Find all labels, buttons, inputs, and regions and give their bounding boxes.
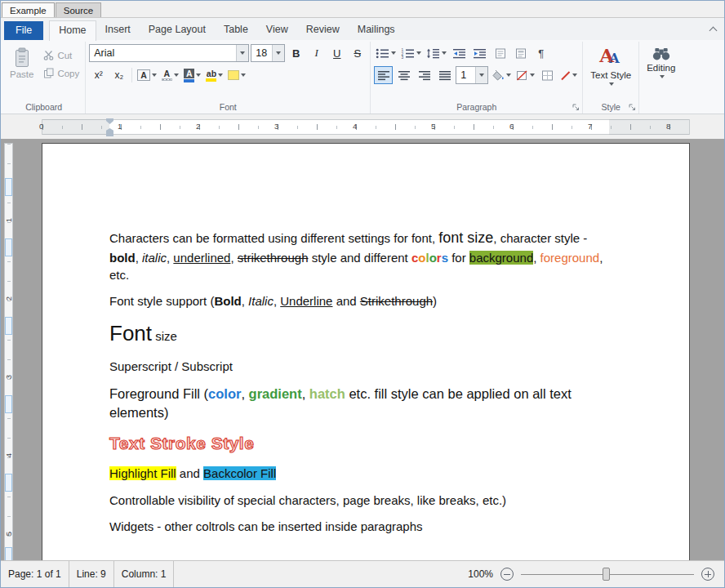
decrease-indent-button[interactable] [450,44,469,62]
text-run: , [230,251,237,265]
font-size-combo[interactable]: 18 [251,44,285,62]
ruler-mark: 3 [274,122,278,131]
editing-button[interactable]: Editing [643,44,679,81]
ribbon-tab-view[interactable]: View [257,20,297,40]
vertical-ruler-segment [5,547,12,560]
underline-button[interactable]: U [327,44,346,62]
horizontal-ruler[interactable]: 0 1 2 3 4 5 6 7 8 [1,114,724,139]
ribbon-tab-home[interactable]: Home [49,20,96,41]
zoom-slider-handle[interactable] [603,568,610,581]
paragraph: Foreground Fill (color, gradient, hatch … [109,385,614,423]
vertical-ruler[interactable]: 1 2 3 4 5 [2,139,16,560]
text-shading-button[interactable]: A [160,66,180,84]
ribbon-tab-table[interactable]: Table [215,20,257,40]
ribbon-tab-mailings[interactable]: Mailings [349,20,404,40]
paragraph-group-label: Paragraph [371,102,582,112]
text-run: , [241,386,248,401]
align-justify-button[interactable] [435,66,454,84]
page[interactable]: Characters can be formatted using differ… [42,143,690,560]
paragraph: Widgets - other coltrols can be inserted… [109,518,614,535]
cut-button[interactable]: Cut [41,47,82,63]
highlight-color-button[interactable] [226,66,247,84]
vertical-ruler-segment [5,395,12,413]
increase-indent-button[interactable] [470,44,489,62]
paste-button[interactable]: Paste [6,44,38,82]
italic-button[interactable]: I [307,44,326,62]
ruler-mark: 1 [4,213,13,227]
text-run: Font style support ( [109,294,214,308]
zoom-out-button[interactable] [500,568,514,581]
text-style-button[interactable]: A A Text Style [586,44,635,88]
tab-example[interactable]: Example [2,2,55,17]
ribbon-tab-insert[interactable]: Insert [96,20,140,40]
left-indent-marker[interactable] [106,133,113,136]
document-content[interactable]: Characters can be formatted using differ… [42,144,689,535]
cut-icon [43,50,54,60]
text-run: size [152,329,177,343]
no-fill-button[interactable] [514,66,536,84]
text-frame-button[interactable] [491,44,509,62]
ribbon-tab-review[interactable]: Review [297,20,349,40]
font-color-button[interactable]: A [182,66,203,84]
find-binoculars-icon [652,47,671,61]
line-spacing-icon [426,48,440,59]
bold-button[interactable]: B [287,44,305,62]
text-run: and [332,294,359,308]
text-run: foreground [540,251,600,265]
text-border-button[interactable]: A [136,66,158,84]
zoom-slider[interactable] [521,568,694,581]
numbered-list-button[interactable]: 1 2 3 [399,44,423,62]
borders-button[interactable] [538,66,557,84]
status-bar: Page: 1 of 1 Line: 9 Column: 1 100% [1,560,724,587]
paragraph: Characters can be formatted using differ… [109,228,614,283]
line-spacing-combo[interactable]: 1 [456,66,488,84]
vertical-ruler-segment [5,317,12,335]
font-name-combo[interactable]: Arial [89,44,249,62]
zoom-controls: 100% [468,568,724,581]
copy-button[interactable]: Copy [41,65,82,81]
align-center-button[interactable] [394,66,413,84]
dropdown-arrow-icon [272,45,284,61]
file-tab[interactable]: File [4,21,43,40]
editing-group: Editing [639,42,683,114]
paragraph-fill-button[interactable] [490,66,513,84]
text-frame-icon [495,48,506,59]
text-run: Backcolor Fill [203,466,276,480]
align-right-icon [418,70,431,81]
dropdown-arrow-icon [152,74,157,77]
text-highlight-icon: ab [206,69,216,82]
line-spacing-button[interactable] [425,44,448,62]
align-right-button[interactable] [415,66,434,84]
text-highlight-button[interactable]: ab [204,66,225,84]
show-formatting-marks-button[interactable]: ¶ [532,44,550,62]
tab-source[interactable]: Source [56,2,101,17]
subscript-button[interactable]: x₂ [109,66,128,84]
document-area: 1 2 3 4 5 Characters can be formatted us… [1,139,724,560]
clipboard-group: Paste Cut [2,42,86,114]
editor-canvas[interactable]: Characters can be formatted using differ… [1,139,724,560]
text-run: Controllable visibility of special chara… [109,493,506,507]
text-run: , [533,251,540,265]
style-dialog-launcher[interactable] [629,104,636,111]
text-run: bold [109,251,136,265]
text-run: for [448,251,469,265]
strikethrough-button[interactable]: S [348,44,367,62]
ruler-mark: 0 [39,122,43,131]
borders-grid-icon [541,70,554,81]
font-size-value: 18 [251,45,272,61]
bullet-list-button[interactable] [374,44,398,62]
align-left-button[interactable] [374,66,393,84]
superscript-button[interactable]: x² [89,66,108,84]
zoom-in-button[interactable] [701,568,714,581]
ruler-mark: 3 [4,370,13,384]
collapse-ribbon-button[interactable] [706,23,719,36]
line-spacing-value: 1 [456,67,475,83]
ribbon-tab-page-layout[interactable]: Page Layout [140,20,215,40]
no-border-button[interactable] [558,66,579,84]
ruler-left-margin [42,119,109,135]
ruler-mark: 7 [588,122,592,131]
paragraph-dialog-launcher[interactable] [572,104,580,111]
paste-label: Paste [10,69,33,79]
page-break-button[interactable] [511,44,530,62]
text-run: strikethrough [238,251,309,265]
